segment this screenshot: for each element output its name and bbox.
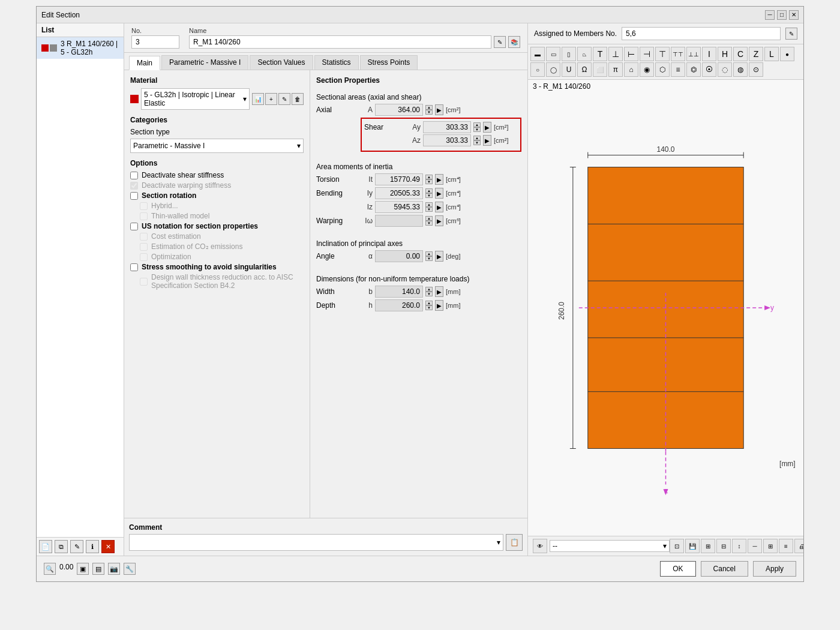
co2-estimation-checkbox[interactable] [140,243,148,251]
material-select[interactable]: 5 - GL32h | Isotropic | Linear Elastic ▾ [141,88,250,110]
edit-button[interactable]: ✎ [70,540,83,553]
warping-down[interactable]: ▼ [425,221,433,226]
bending-y-arrow[interactable]: ▶ [435,188,443,199]
angle-down[interactable]: ▼ [425,256,433,261]
icon-misc2[interactable]: ◍ [733,62,748,77]
icon-z-section[interactable]: Z [749,47,763,61]
icon-bulb-section[interactable]: ◉ [640,62,654,77]
hybrid-checkbox[interactable] [140,202,148,210]
zoom-fit-btn[interactable]: ⊡ [670,539,684,553]
material-edit-btn[interactable]: ✎ [278,93,290,105]
axial-up[interactable]: ▲ [425,105,433,110]
name-book-btn[interactable]: 📚 [508,36,520,48]
design-wall-checkbox[interactable] [140,278,148,286]
assigned-edit-btn[interactable]: ✎ [785,28,797,40]
angle-up[interactable]: ▲ [425,251,433,256]
icon-c-section[interactable]: C [733,47,748,61]
bending-z-input[interactable] [375,201,423,213]
shear-z-up[interactable]: ▲ [473,136,481,140]
icon-hat-section[interactable]: ⌂ [624,62,638,77]
tool-icon[interactable]: 🔧 [124,563,136,575]
icon-h-section[interactable]: H [718,47,732,61]
icon-rect-open[interactable]: ▭ [546,47,560,61]
warping-arrow[interactable]: ▶ [435,215,443,226]
grid-icon[interactable]: ▣ [77,563,89,575]
icon-u-section[interactable]: U [562,62,576,77]
ok-button[interactable]: OK [660,561,695,577]
icon-strip-section[interactable]: ≡ [671,62,685,77]
no-input[interactable]: 3 [131,35,179,49]
close-button[interactable]: ✕ [789,10,799,20]
icon-ellipse[interactable]: ◯ [546,62,560,77]
icon-double-t[interactable]: ⊤⊤ [671,47,685,61]
axial-down[interactable]: ▼ [425,110,433,115]
comment-input-container[interactable]: ▾ [129,534,503,551]
crop-btn[interactable]: ⊟ [716,539,731,553]
icon-i-section[interactable]: I [702,47,716,61]
torsion-arrow[interactable]: ▶ [435,174,443,185]
warping-up[interactable]: ▲ [425,216,433,221]
icon-rect-tall[interactable]: ▯ [562,47,576,61]
save-btn[interactable]: 💾 [685,539,700,553]
comment-btn[interactable]: 📋 [506,534,523,551]
camera-icon[interactable]: 📷 [108,563,120,575]
tab-main[interactable]: Main [129,56,160,70]
material-del-btn[interactable]: 🗑 [292,93,304,105]
axial-input[interactable] [375,104,423,116]
bending-z-arrow[interactable]: ▶ [435,202,443,212]
deactivate-warping-checkbox[interactable] [130,182,138,190]
icon-circle-filled[interactable]: ● [780,47,794,61]
icon-misc1[interactable]: ◌ [718,62,732,77]
depth-up[interactable]: ▲ [425,301,433,305]
tab-section-values[interactable]: Section Values [250,55,313,70]
angle-arrow[interactable]: ▶ [435,251,443,262]
bending-y-down[interactable]: ▼ [425,193,433,198]
layer-icon[interactable]: ▤ [92,563,104,575]
table-btn[interactable]: ⊞ [763,539,778,553]
copy-button[interactable]: ⧉ [55,540,68,553]
full-view-btn[interactable]: ⊞ [701,539,715,553]
warping-input[interactable] [375,215,423,227]
icon-t-right[interactable]: ⊣ [640,47,654,61]
bending-y-input[interactable] [375,187,423,199]
angle-input[interactable] [375,250,423,262]
icon-box-section[interactable]: ⬜ [593,62,607,77]
cancel-button[interactable]: Cancel [701,561,748,577]
axial-arrow[interactable]: ▶ [435,104,443,115]
add-button[interactable]: 📄 [39,540,52,553]
icon-trapezoid[interactable]: ⏢ [577,47,592,61]
section-rotation-checkbox[interactable] [130,192,138,200]
tab-stress-points[interactable]: Stress Points [360,55,418,70]
icon-hex-section[interactable]: ⬡ [655,62,670,77]
tab-statistics[interactable]: Statistics [314,55,359,70]
optimization-checkbox[interactable] [140,253,148,261]
print-btn[interactable]: 🖨 [794,539,803,553]
torsion-down[interactable]: ▼ [425,179,433,184]
maximize-button[interactable]: □ [777,10,787,20]
height-btn[interactable]: ↕ [732,539,746,553]
shear-y-up[interactable]: ▲ [473,122,481,127]
us-notation-checkbox[interactable] [130,223,138,230]
info-button[interactable]: ℹ [86,540,99,553]
icon-t-section[interactable]: T [593,47,607,61]
depth-input[interactable] [375,299,423,311]
icon-misc3[interactable]: ⊙ [749,62,763,77]
bending-y-up[interactable]: ▲ [425,188,433,193]
icon-t-flipped[interactable]: ⊥ [608,47,623,61]
delete-button[interactable]: ✕ [101,540,115,553]
material-new-btn[interactable]: + [265,93,277,105]
icon-t-top[interactable]: ⊤ [655,47,670,61]
section-type-select[interactable]: Parametric - Massive I ▾ [130,139,304,153]
thin-walled-checkbox[interactable] [140,212,148,220]
assigned-input[interactable] [622,27,781,40]
width-up[interactable]: ▲ [425,287,433,292]
bending-z-down[interactable]: ▼ [425,207,433,212]
tab-parametric[interactable]: Parametric - Massive I [161,55,248,70]
icon-u2-section[interactable]: Ω [577,62,592,77]
cost-estimation-checkbox[interactable] [140,233,148,241]
view-btn[interactable]: 👁 [533,539,547,553]
list-item[interactable]: 3 R_M1 140/260 | 5 - GL32h [37,37,124,59]
apply-button[interactable]: Apply [753,561,796,577]
list2-btn[interactable]: ≡ [779,539,793,553]
shear-y-arrow[interactable]: ▶ [483,122,491,133]
